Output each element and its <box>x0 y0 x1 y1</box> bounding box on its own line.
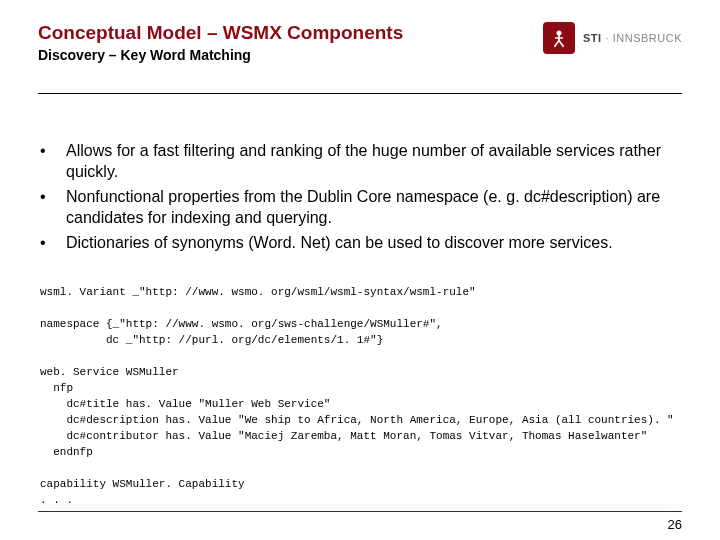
bullet-list: • Allows for a fast filtering and rankin… <box>40 140 680 254</box>
bullet-dot: • <box>40 140 66 182</box>
bullet-dot: • <box>40 232 66 253</box>
bullet-text: Nonfunctional properties from the Dublin… <box>66 186 680 228</box>
list-item: • Nonfunctional properties from the Dubl… <box>40 186 680 228</box>
page-number: 26 <box>668 517 682 532</box>
bullet-text: Allows for a fast filtering and ranking … <box>66 140 680 182</box>
header-divider <box>38 93 682 94</box>
list-item: • Dictionaries of synonyms (Word. Net) c… <box>40 232 680 253</box>
logo-icon <box>543 22 575 54</box>
logo: STI· INNSBRUCK <box>543 22 682 54</box>
logo-primary: STI <box>583 32 602 44</box>
list-item: • Allows for a fast filtering and rankin… <box>40 140 680 182</box>
bullet-dot: • <box>40 186 66 228</box>
code-block: wsml. Variant _"http: //www. wsmo. org/w… <box>40 285 680 508</box>
logo-text: STI· INNSBRUCK <box>583 32 682 44</box>
logo-secondary: · INNSBRUCK <box>606 32 682 44</box>
footer-divider <box>38 511 682 512</box>
content-area: • Allows for a fast filtering and rankin… <box>38 140 682 509</box>
bullet-text: Dictionaries of synonyms (Word. Net) can… <box>66 232 680 253</box>
